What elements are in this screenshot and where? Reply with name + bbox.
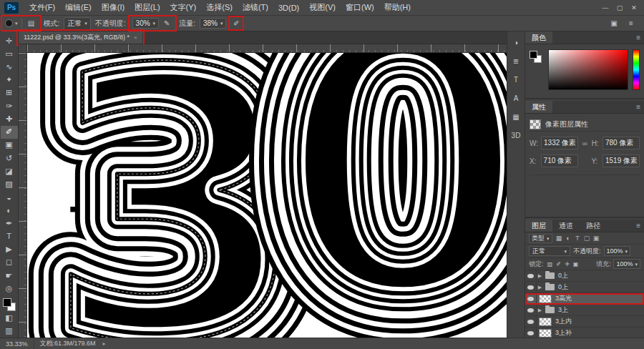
- expand-group-icon[interactable]: ▶: [537, 285, 543, 290]
- hand-tool[interactable]: ☛: [1, 269, 18, 282]
- screen-mode-button[interactable]: ▥: [1, 325, 18, 338]
- layer-row[interactable]: ▶0上: [525, 270, 644, 282]
- panel-options-icon[interactable]: ≡: [625, 18, 637, 29]
- width-field[interactable]: 1332 像素: [541, 137, 578, 149]
- lock-image-pixels-icon[interactable]: ✐: [555, 261, 562, 267]
- menu-item-9[interactable]: 窗口(W): [341, 0, 379, 15]
- flow-select[interactable]: 38% ▾: [200, 18, 227, 29]
- expand-group-icon[interactable]: ▶: [537, 308, 543, 313]
- layer-visibility-toggle[interactable]: [525, 293, 537, 304]
- workspace-icon[interactable]: ▣: [608, 18, 620, 29]
- 3d-panel-icon[interactable]: 3D: [508, 129, 524, 142]
- foreground-background-swatches[interactable]: [530, 49, 544, 90]
- move-tool[interactable]: ✛: [1, 34, 18, 47]
- history-brush-tool[interactable]: ↺: [1, 152, 18, 164]
- hue-slider[interactable]: [633, 49, 640, 90]
- layer-visibility-toggle[interactable]: [525, 305, 537, 315]
- foreground-color-swatch[interactable]: [3, 298, 11, 307]
- blur-tool[interactable]: ◒: [1, 191, 18, 204]
- document-tab[interactable]: 11222.psd @ 33.3%(3高光, RGB/8) * ×: [19, 31, 142, 44]
- saturation-brightness-field[interactable]: [548, 49, 628, 90]
- brush-tool[interactable]: ✐: [1, 126, 18, 139]
- x-field[interactable]: 710 像素: [541, 154, 578, 167]
- panel-menu-icon[interactable]: ≡: [636, 34, 640, 41]
- tab-color[interactable]: 颜色: [525, 31, 552, 44]
- close-tab-icon[interactable]: ×: [134, 34, 137, 41]
- maximize-button[interactable]: ▢: [613, 2, 627, 14]
- character-panel-icon[interactable]: T: [508, 73, 524, 86]
- layer-thumbnail[interactable]: [539, 318, 552, 326]
- menu-item-0[interactable]: 文件(F): [24, 0, 60, 15]
- layer-blend-mode-select[interactable]: 正常 ▾: [529, 246, 570, 256]
- lock-all-icon[interactable]: ▣: [572, 261, 580, 267]
- menu-item-5[interactable]: 选择(S): [201, 0, 238, 15]
- layer-thumbnail[interactable]: [539, 295, 552, 303]
- menu-item-10[interactable]: 帮助(H): [379, 0, 416, 15]
- crop-tool[interactable]: ⊞: [1, 87, 18, 99]
- layer-thumbnail[interactable]: [539, 329, 552, 338]
- zoom-level-field[interactable]: 33.33%: [0, 338, 34, 349]
- layer-visibility-toggle[interactable]: [525, 316, 537, 327]
- eyedropper-tool[interactable]: ✑: [1, 99, 18, 112]
- airbrush-icon[interactable]: ✐: [230, 18, 242, 29]
- zoom-tool[interactable]: ◎: [1, 282, 18, 295]
- height-field[interactable]: 780 像素: [602, 137, 640, 149]
- canvas-viewport[interactable]: E MYTHE MISTAKESTHAT I MADESPP3333333333…: [27, 53, 507, 338]
- tab-properties[interactable]: 属性: [525, 101, 552, 113]
- filter-type-layers-icon[interactable]: T: [574, 235, 582, 242]
- eraser-tool[interactable]: ◪: [1, 164, 18, 177]
- brush-preset-picker[interactable]: ▾ ▤: [3, 17, 39, 29]
- pressure-opacity-icon[interactable]: ✎: [161, 18, 172, 29]
- layer-filter-kind-select[interactable]: 类型 ▾: [529, 234, 552, 243]
- filter-adjustment-layers-icon[interactable]: ◐: [565, 235, 572, 242]
- expand-group-icon[interactable]: ▶: [537, 273, 543, 279]
- tab-layers-2[interactable]: 路径: [580, 220, 607, 232]
- menu-item-7[interactable]: 3D(D): [273, 0, 304, 15]
- adjustments-panel-icon[interactable]: ◑: [508, 36, 524, 49]
- marquee-tool[interactable]: ▭: [1, 47, 18, 60]
- menu-item-1[interactable]: 编辑(E): [60, 0, 97, 15]
- layer-visibility-toggle[interactable]: [525, 270, 537, 281]
- lasso-tool[interactable]: ∿: [1, 60, 18, 73]
- clone-stamp-tool[interactable]: ▣: [1, 139, 18, 152]
- layer-opacity-select[interactable]: 100% ▾: [604, 246, 631, 256]
- layer-row[interactable]: ▶0上: [525, 282, 644, 293]
- tab-layers-1[interactable]: 通道: [552, 220, 580, 232]
- filter-pixel-layers-icon[interactable]: ▦: [555, 235, 563, 242]
- layer-row[interactable]: 3高光: [525, 293, 644, 305]
- panel-menu-icon[interactable]: ≡: [636, 103, 640, 111]
- panel-menu-icon[interactable]: ≡: [636, 222, 640, 230]
- dodge-tool[interactable]: ◐: [1, 204, 18, 217]
- photoshop-logo-icon[interactable]: Ps: [4, 2, 19, 14]
- path-select-tool[interactable]: ▶: [1, 243, 18, 256]
- filter-smart-objects-icon[interactable]: ▣: [592, 235, 600, 242]
- menu-item-8[interactable]: 视图(V): [304, 0, 341, 15]
- filter-shape-layers-icon[interactable]: ▢: [583, 235, 591, 242]
- blend-mode-select[interactable]: 正常 ▾: [64, 17, 91, 30]
- styles-panel-icon[interactable]: ▦: [508, 110, 524, 123]
- tab-layers-0[interactable]: 图层: [525, 220, 552, 232]
- paragraph-panel-icon[interactable]: A: [508, 92, 524, 104]
- status-options-icon[interactable]: ▸: [103, 340, 106, 347]
- quick-select-tool[interactable]: ✦: [1, 74, 18, 87]
- layer-fill-select[interactable]: 100% ▾: [613, 259, 640, 269]
- layer-visibility-toggle[interactable]: [525, 282, 537, 293]
- menu-item-6[interactable]: 滤镜(T): [238, 0, 273, 15]
- menu-item-4[interactable]: 文字(Y): [165, 0, 202, 15]
- close-button[interactable]: ✕: [627, 2, 641, 14]
- layer-visibility-toggle[interactable]: [525, 328, 537, 338]
- quick-mask-mode-button[interactable]: ◧: [1, 312, 18, 325]
- gradient-tool[interactable]: ▨: [1, 177, 18, 190]
- healing-brush-tool[interactable]: ✚: [1, 112, 18, 125]
- info-panel-icon[interactable]: ≣: [508, 54, 524, 67]
- pen-tool[interactable]: ✒: [1, 217, 18, 230]
- minimize-button[interactable]: —: [598, 2, 613, 14]
- menu-item-2[interactable]: 图像(I): [97, 0, 130, 15]
- layer-row[interactable]: 3上内: [525, 316, 644, 328]
- menu-item-3[interactable]: 图层(L): [130, 0, 165, 15]
- lock-position-icon[interactable]: ✛: [564, 261, 571, 267]
- shape-tool[interactable]: ◻: [1, 256, 18, 269]
- layer-row[interactable]: ▶3上: [525, 305, 644, 316]
- opacity-select[interactable]: 30% ▾: [132, 18, 160, 29]
- type-tool[interactable]: T: [1, 230, 18, 242]
